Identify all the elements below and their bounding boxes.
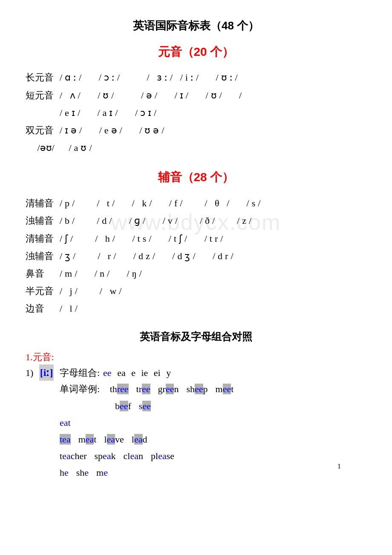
word-beef: beef xyxy=(115,399,131,413)
item1-combo-e: e xyxy=(129,365,135,380)
example-row-6: he she me xyxy=(60,465,366,480)
consonant-label-0: 清辅音 xyxy=(26,196,60,211)
example-row-3: eat xyxy=(60,415,366,430)
long-vowel-row: 长元音 /ɑː/ /ɔː/ / ɜː/ /iː/ /ʊː/ xyxy=(26,70,366,85)
item1-num: 1) xyxy=(26,365,36,380)
word-eat: eat xyxy=(60,415,71,430)
word-tea: tea xyxy=(60,432,71,447)
consonant-label-4: 鼻音 xyxy=(26,266,60,281)
consonant-symbols-3: /ʒ/ / r/ /dz/ /dʒ/ /dr/ xyxy=(60,249,236,263)
example-row-1: 单词举例: three tree green sheep meet xyxy=(60,382,366,396)
example-row-2: beef see xyxy=(115,399,366,413)
word-clean: clean xyxy=(124,448,143,463)
consonant-label-3: 浊辅音 xyxy=(26,249,60,263)
word-sheep: sheep xyxy=(186,382,208,396)
consonant-symbols-2: /ʃ/ / h/ /ts/ /tʃ/ /tr/ xyxy=(60,231,225,246)
diphthong-row1: /eɪ/ /aɪ/ /ɔɪ/ xyxy=(26,105,366,120)
consonant-label-5: 半元音 xyxy=(26,283,60,298)
vocab-section: 1.元音: 1) [iː] 字母组合: ee ea e ie ei y 单词举例… xyxy=(26,350,366,480)
vowels-section-title: 元音（20 个） xyxy=(26,43,366,62)
example-label: 单词举例: xyxy=(60,382,102,396)
word-three: three xyxy=(110,382,129,396)
word-he: he xyxy=(60,465,69,480)
item1-combo-ea: ea xyxy=(115,365,126,380)
consonants-section: 清辅音 /p/ / t/ / k/ /f/ / θ / /s/ 浊辅音 /b/ … xyxy=(26,196,366,316)
consonant-row-3: 浊辅音 /ʒ/ / r/ /dz/ /dʒ/ /dr/ xyxy=(26,249,366,263)
double-vowel-symbols2: /aʊ/ xyxy=(64,140,95,155)
short-vowel-row: 短元音 / ʌ/ /ʊ/ /ə/ /ɪ/ /ʊ/ / xyxy=(26,88,366,103)
item1-combo-y: y xyxy=(164,365,171,380)
double-vowel-label: 双元音 xyxy=(26,123,60,138)
consonant-row-0: 清辅音 /p/ / t/ / k/ /f/ / θ / /s/ xyxy=(26,196,366,211)
double-vowel-symbols: /ɪə/ /eə/ /ʊə/ xyxy=(60,123,167,138)
consonant-symbols-1: /b/ /d/ /ɡ/ /v/ /ð/ /z/ xyxy=(60,213,254,228)
item1-header: 1) [iː] 字母组合: ee ea e ie ei y xyxy=(26,364,366,381)
word-leave: leave xyxy=(104,432,124,447)
double-vowel-row: 双元音 /ɪə/ /eə/ /ʊə/ xyxy=(26,123,366,138)
long-vowel-label: 长元音 xyxy=(26,70,60,85)
word-see: see xyxy=(139,399,151,413)
page-number: 1 xyxy=(337,461,341,472)
consonant-symbols-5: / j/ / w/ xyxy=(60,283,124,298)
consonant-row-2: 清辅音 /ʃ/ / h/ /ts/ /tʃ/ /tr/ xyxy=(26,231,366,246)
example-row-5: teacher speak clean please xyxy=(60,448,366,463)
consonant-row-1: 浊辅音 /b/ /d/ /ɡ/ /v/ /ð/ /z/ xyxy=(26,213,366,228)
word-lead: lead xyxy=(132,432,147,447)
section-number: 1.元音: xyxy=(26,350,366,364)
consonant-row-4: 鼻音 /m/ /n/ /ŋ/ xyxy=(26,266,366,281)
item1-phonetic: [iː] xyxy=(39,364,54,381)
example-row-4: tea meat leave lead xyxy=(60,432,366,447)
main-title: 英语国际音标表（48 个） xyxy=(26,17,366,35)
item1-label: 字母组合: xyxy=(57,365,100,380)
word-meat: meat xyxy=(78,432,97,447)
item1-combo-ee: ee xyxy=(103,365,112,380)
item1-examples: 单词举例: three tree green sheep meet beef s… xyxy=(60,382,366,480)
word-meet: meet xyxy=(216,382,234,396)
double-vowel-row2: /əʊ/ /aʊ/ xyxy=(26,140,366,155)
consonant-row-6: 边音 / l/ xyxy=(26,301,366,316)
word-green: green xyxy=(158,382,179,396)
short-vowel-symbols: / ʌ/ /ʊ/ /ə/ /ɪ/ /ʊ/ / xyxy=(60,88,244,103)
consonant-row-5: 半元音 / j/ / w/ xyxy=(26,283,366,298)
consonant-symbols-0: /p/ / t/ / k/ /f/ / θ / /s/ xyxy=(60,196,263,211)
consonant-label-1: 浊辅音 xyxy=(26,213,60,228)
long-vowel-symbols: /ɑː/ /ɔː/ / ɜː/ /iː/ /ʊː/ xyxy=(60,70,240,85)
word-please: please xyxy=(151,448,174,463)
consonant-label-6: 边音 xyxy=(26,301,60,316)
word-me: me xyxy=(96,465,108,480)
diphthong-symbols1: /eɪ/ /aɪ/ /ɔɪ/ xyxy=(60,105,159,120)
short-vowel-label: 短元音 xyxy=(26,88,60,103)
consonant-symbols-6: / l/ xyxy=(60,301,80,316)
vocab-item-1: 1) [iː] 字母组合: ee ea e ie ei y 单词举例: thre… xyxy=(26,364,366,480)
vowels-section: 长元音 /ɑː/ /ɔː/ / ɜː/ /iː/ /ʊː/ 短元音 / ʌ/ /… xyxy=(26,70,366,155)
word-speak: speak xyxy=(95,448,116,463)
word-tree: tree xyxy=(136,382,150,396)
item1-combo-ei: ei xyxy=(151,365,160,380)
word-teacher: teacher xyxy=(60,448,87,463)
consonants-section-title: 辅音（28 个） xyxy=(26,168,366,187)
word-she: she xyxy=(76,465,89,480)
item1-combo-ie: ie xyxy=(139,365,148,380)
consonant-label-2: 清辅音 xyxy=(26,231,60,246)
second-section-title: 英语音标及字母组合对照 xyxy=(26,329,366,345)
consonant-symbols-4: /m/ /n/ /ŋ/ xyxy=(60,266,144,281)
